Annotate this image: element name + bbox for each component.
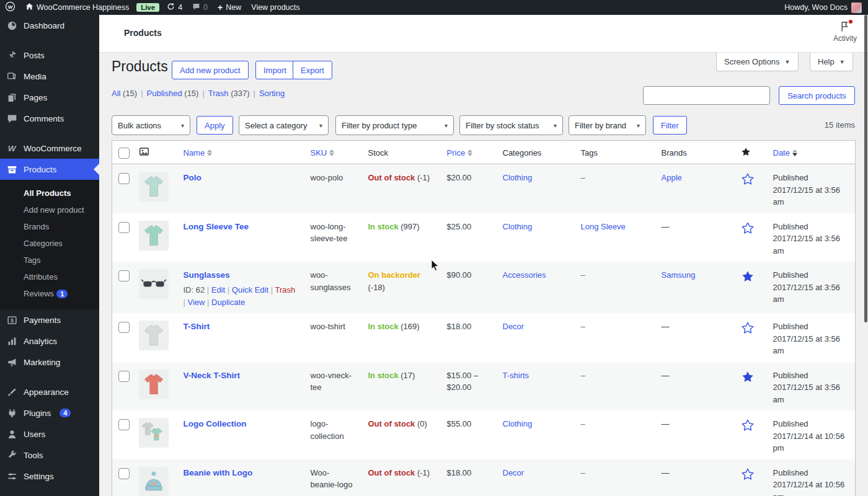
bulk-actions-select[interactable]: Bulk actions▾ [112, 115, 190, 135]
row-checkbox[interactable] [118, 173, 130, 184]
help-tab[interactable]: Help▼ [810, 53, 853, 71]
row-checkbox[interactable] [118, 222, 130, 233]
sidebar-item-media[interactable]: Media [0, 66, 99, 87]
category-link[interactable]: Clothing [503, 222, 533, 231]
featured-star-outline-icon[interactable] [741, 467, 761, 481]
tag-link[interactable]: Long Sleeve [581, 222, 626, 231]
product-thumbnail[interactable] [139, 221, 169, 250]
featured-star-outline-icon[interactable] [741, 172, 761, 186]
search-products-button[interactable]: Search products [779, 86, 855, 105]
account-menu[interactable]: Howdy, Woo Docs [784, 2, 868, 13]
stock-status-filter-select[interactable]: Filter by stock status▾ [459, 115, 563, 135]
brand-link[interactable]: Samsung [662, 270, 696, 280]
product-name-link[interactable]: Logo Collection [184, 419, 247, 428]
product-name-link[interactable]: T-Shirt [184, 322, 210, 331]
product-name-link[interactable]: Long Sleeve Tee [184, 222, 249, 231]
new-content-link[interactable]: + New [213, 0, 246, 15]
sidebar-item-plugins[interactable]: Plugins4 [0, 402, 99, 423]
filter-button[interactable]: Filter [653, 116, 687, 135]
sidebar-item-payments[interactable]: $Payments [0, 309, 99, 330]
submenu-item-brands[interactable]: Brands [0, 218, 99, 235]
row-checkbox[interactable] [118, 270, 130, 281]
product-thumbnail[interactable] [139, 321, 169, 350]
sidebar-item-comments[interactable]: Comments [0, 108, 99, 129]
sidebar-item-dashboard[interactable]: Dashboard [0, 15, 99, 36]
product-thumbnail[interactable] [139, 418, 169, 448]
product-thumbnail[interactable] [139, 172, 169, 202]
sidebar-item-analytics[interactable]: Analytics [0, 330, 99, 352]
sidebar-item-products[interactable]: Products [0, 159, 99, 180]
updates-link[interactable]: 4 [162, 0, 187, 15]
submenu-item-attributes[interactable]: Attributes [0, 268, 99, 285]
featured-star-outline-icon[interactable] [741, 221, 761, 235]
row-checkbox[interactable] [118, 322, 130, 333]
product-thumbnail[interactable] [139, 269, 169, 299]
add-new-product-button[interactable]: Add new product [172, 61, 249, 79]
category-link[interactable]: Accessories [503, 270, 546, 280]
product-thumbnail[interactable] [139, 467, 169, 496]
scrollbar[interactable] [864, 15, 867, 322]
row-checkbox[interactable] [118, 371, 130, 382]
product-name-link[interactable]: Sunglasses [184, 270, 230, 280]
category-link[interactable]: T-shirts [503, 371, 529, 380]
category-link[interactable]: Decor [503, 468, 525, 477]
category-link[interactable]: Clothing [503, 419, 533, 428]
activity-button[interactable]: Activity [833, 20, 857, 43]
featured-star-filled-icon[interactable] [741, 370, 761, 384]
sidebar-item-woocommerce[interactable]: WWooCommerce [0, 138, 99, 159]
view-link-sorting[interactable]: Sorting [259, 89, 285, 98]
sort-by-date[interactable]: Date [773, 148, 797, 157]
featured-star-outline-icon[interactable] [741, 321, 761, 335]
submenu-item-reviews[interactable]: Reviews1 [0, 285, 99, 302]
wordpress-logo-icon[interactable]: W [0, 0, 20, 15]
row-action-view[interactable]: View [188, 298, 205, 307]
brand-filter-select[interactable]: Filter by brand▾ [569, 115, 646, 135]
featured-star-outline-icon[interactable] [741, 418, 761, 432]
chevron-down-icon: ▾ [445, 122, 448, 129]
product-thumbnail[interactable] [139, 370, 169, 399]
view-link-trash[interactable]: Trash [208, 89, 229, 98]
search-input[interactable] [643, 86, 770, 105]
row-action-edit[interactable]: Edit [211, 285, 225, 294]
sidebar-item-appearance[interactable]: Appearance [0, 381, 99, 402]
row-action-quick-edit[interactable]: Quick Edit [232, 285, 268, 294]
category-link[interactable]: Clothing [503, 173, 533, 182]
comments-link[interactable]: 0 [187, 0, 213, 15]
submenu-item-all-products[interactable]: All Products [0, 185, 99, 202]
submenu-item-tags[interactable]: Tags [0, 252, 99, 268]
sidebar-item-tools[interactable]: Tools [0, 445, 99, 466]
sidebar-item-users[interactable]: Users [0, 423, 99, 445]
sidebar-item-pages[interactable]: Pages [0, 87, 99, 108]
sidebar-item-posts[interactable]: Posts [0, 45, 99, 66]
apply-button[interactable]: Apply [197, 116, 233, 135]
row-action-duplicate[interactable]: Duplicate [211, 298, 245, 307]
sort-by-price[interactable]: Price [447, 148, 473, 157]
import-button[interactable]: Import [255, 61, 294, 79]
tools-icon [6, 450, 17, 461]
sort-by-sku[interactable]: SKU [311, 148, 335, 157]
row-checkbox[interactable] [118, 468, 130, 479]
view-link-published[interactable]: Published [147, 89, 182, 98]
row-checkbox[interactable] [118, 419, 130, 430]
site-name-link[interactable]: WooCommerce Happiness [20, 0, 134, 15]
product-name-link[interactable]: Polo [184, 173, 202, 182]
submenu-item-categories[interactable]: Categories [0, 235, 99, 252]
product-name-link[interactable]: Beanie with Logo [184, 468, 253, 477]
featured-star-filled-icon[interactable] [741, 270, 761, 283]
sidebar-item-marketing[interactable]: Marketing [0, 352, 99, 373]
sidebar-item-settings[interactable]: Settings [0, 466, 99, 487]
export-button[interactable]: Export [293, 61, 332, 79]
date-cell: Published 2017/12/15 at 3:56 am [767, 262, 856, 313]
view-link-all[interactable]: All [112, 89, 120, 98]
submenu-item-add-new-product[interactable]: Add new product [0, 202, 99, 218]
category-filter-select[interactable]: Select a category▾ [239, 115, 329, 135]
view-products-link[interactable]: View products [246, 0, 304, 15]
product-type-filter-select[interactable]: Filter by product type▾ [335, 115, 454, 135]
select-all-checkbox[interactable] [118, 148, 130, 159]
category-link[interactable]: Decor [503, 322, 525, 331]
row-action-trash[interactable]: Trash [275, 285, 295, 294]
screen-options-tab[interactable]: Screen Options▼ [716, 53, 799, 71]
brand-link[interactable]: Apple [662, 173, 682, 182]
product-name-link[interactable]: V-Neck T-Shirt [184, 371, 241, 380]
sort-by-name[interactable]: Name [184, 148, 213, 157]
